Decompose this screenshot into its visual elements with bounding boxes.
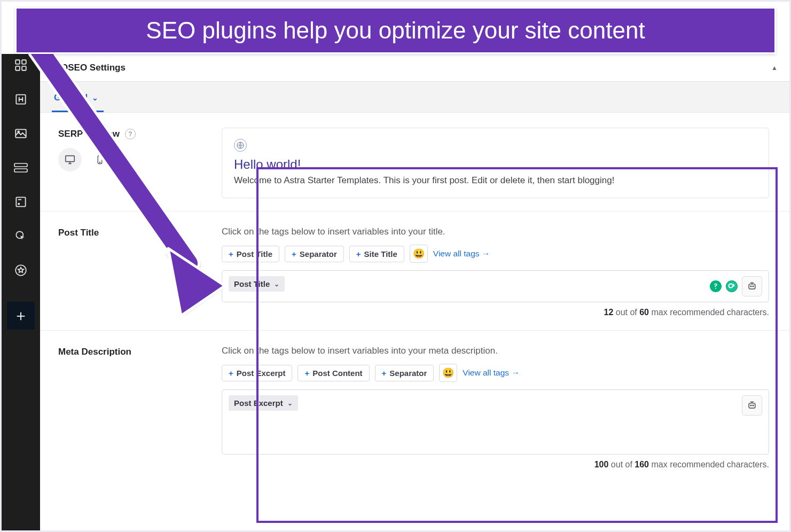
globe-icon (234, 139, 247, 152)
panel-header[interactable]: AIOSEO Settings ▲ (40, 54, 789, 82)
svg-point-23 (753, 286, 754, 287)
svg-rect-4 (15, 66, 20, 71)
view-all-tags-link-meta[interactable]: View all tags → (463, 368, 520, 378)
star-icon[interactable] (13, 262, 29, 278)
svg-point-17 (99, 162, 100, 162)
tag-post-title[interactable]: +Post Title (222, 246, 279, 262)
meta-description-input[interactable]: Post Excerpt ⌄ (222, 389, 769, 455)
image-icon[interactable] (13, 126, 29, 142)
tab-general[interactable]: General ⌄ (52, 85, 104, 112)
click-icon[interactable] (13, 228, 29, 244)
serp-preview-section: SERP Preview ? Hello worl (40, 113, 789, 212)
ai-assistant-button-meta[interactable] (742, 395, 762, 416)
post-title-label: Post Title (58, 228, 99, 238)
annotation-banner: SEO plugins help you optimize your site … (15, 7, 776, 54)
svg-rect-10 (14, 169, 27, 172)
post-title-helper: Click on the tags below to insert variab… (222, 226, 769, 237)
meta-description-section: Meta Description Click on the tags below… (40, 331, 789, 482)
annotation-banner-text: SEO plugins help you optimize your site … (146, 17, 645, 44)
svg-rect-11 (16, 197, 25, 206)
svg-rect-21 (749, 284, 755, 289)
emoji-button[interactable]: 😃 (410, 245, 428, 263)
collapse-caret-icon[interactable]: ▲ (771, 64, 778, 72)
svg-point-12 (18, 204, 19, 205)
tag-post-excerpt[interactable]: +Post Excerpt (222, 365, 292, 381)
list-icon[interactable] (13, 160, 29, 176)
meta-chip[interactable]: Post Excerpt ⌄ (229, 395, 298, 411)
svg-rect-2 (15, 60, 20, 64)
card-icon[interactable] (13, 194, 29, 210)
svg-point-20 (726, 281, 737, 292)
chevron-down-icon: ⌄ (92, 93, 98, 102)
serp-title: Hello world! (234, 157, 757, 172)
desktop-preview-button[interactable] (58, 148, 82, 171)
meta-char-counter: 100 out of 160 max recommended character… (222, 460, 769, 470)
tag-site-title[interactable]: +Site Title (349, 246, 404, 262)
chevron-down-icon: ⌄ (287, 400, 293, 407)
ai-assistant-button[interactable] (742, 276, 762, 296)
serp-description: Welcome to Astra Starter Templates. This… (234, 175, 757, 186)
tag-separator-meta[interactable]: +Separator (375, 365, 434, 381)
post-title-tags: +Post Title +Separator +Site Title 😃 Vie… (222, 245, 769, 263)
heading-icon[interactable] (13, 91, 29, 107)
grammarly-icon[interactable] (726, 280, 738, 292)
emoji-button-meta[interactable]: 😃 (439, 364, 457, 382)
post-title-section: Post Title Click on the tags below to in… (40, 212, 789, 331)
chevron-down-icon: ⌄ (274, 280, 279, 288)
editor-sidebar: ＋ (2, 54, 40, 530)
svg-rect-5 (22, 66, 26, 71)
panel-title: AIOSEO Settings (52, 62, 126, 73)
tab-label: General (54, 92, 88, 103)
svg-rect-15 (66, 156, 75, 162)
title-char-counter: 12 out of 60 max recommended characters. (222, 308, 769, 317)
add-block-button[interactable]: ＋ (7, 302, 35, 330)
svg-point-25 (750, 405, 751, 406)
blocks-icon[interactable] (13, 57, 29, 73)
meta-description-label: Meta Description (58, 347, 131, 357)
meta-helper: Click on the tags below to insert variab… (222, 346, 769, 356)
post-title-input[interactable]: Post Title ⌄ (222, 270, 769, 302)
svg-point-22 (750, 286, 751, 287)
svg-point-26 (753, 405, 754, 406)
mobile-preview-button[interactable] (88, 148, 112, 171)
meta-tags: +Post Excerpt +Post Content +Separator 😃… (222, 364, 769, 382)
settings-panel: AIOSEO Settings ▲ General ⌄ SERP Preview… (40, 54, 789, 530)
svg-point-8 (18, 131, 19, 132)
tag-separator[interactable]: +Separator (285, 246, 344, 262)
panel-content: SERP Preview ? Hello worl (40, 113, 789, 482)
serp-label: SERP Preview (58, 129, 120, 139)
view-all-tags-link[interactable]: View all tags → (433, 249, 490, 259)
help-icon[interactable]: ? (125, 129, 136, 139)
tag-post-content[interactable]: +Post Content (297, 365, 369, 381)
svg-rect-24 (749, 403, 755, 408)
svg-rect-9 (14, 163, 27, 167)
serp-preview-card: Hello world! Welcome to Astra Starter Te… (222, 128, 769, 198)
tabs-bar: General ⌄ (40, 82, 789, 113)
svg-rect-3 (22, 60, 26, 64)
title-chip[interactable]: Post Title ⌄ (229, 276, 285, 292)
headline-analyzer-icon[interactable] (710, 280, 722, 292)
